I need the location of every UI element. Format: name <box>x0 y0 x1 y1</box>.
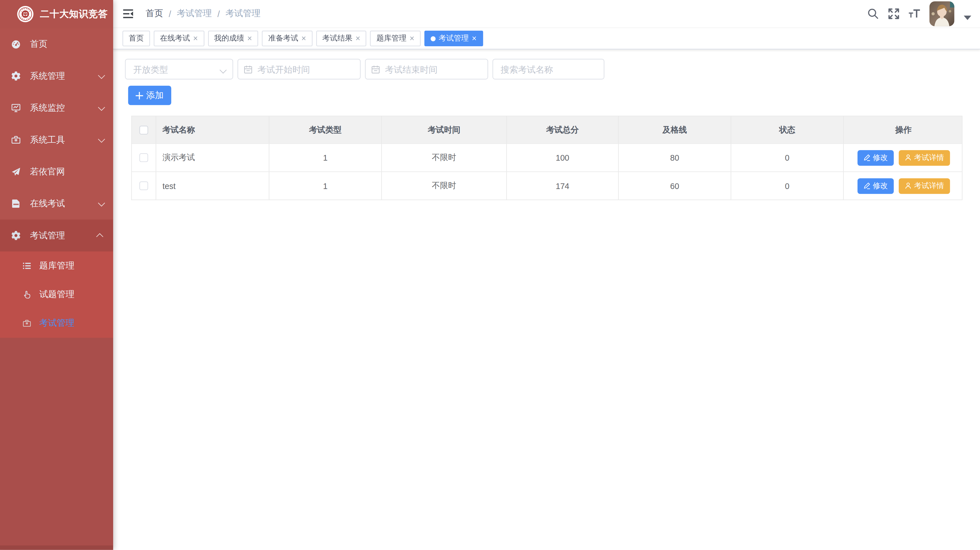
exam-detail-button[interactable]: 考试详情 <box>898 150 950 166</box>
page-content: 添加 考试名称 考试类型 考试时间 考试总分 及格线 状态 操作 演示考试 1 <box>113 59 980 200</box>
column-header: 操作 <box>844 116 963 143</box>
list-icon <box>22 261 31 270</box>
chevron-down-icon <box>98 104 105 111</box>
exam-detail-button[interactable]: 考试详情 <box>898 178 950 194</box>
exam-end-time-input[interactable] <box>365 59 488 80</box>
app-logo-row[interactable]: 二十大知识竞答 <box>0 0 113 28</box>
cell-exam-type: 1 <box>269 172 382 199</box>
fullscreen-icon[interactable] <box>888 8 899 19</box>
main-area: 首页 / 考试管理 / 考试管理 <box>113 0 980 550</box>
edit-pencil-icon <box>863 154 870 161</box>
cell-status: 0 <box>731 172 844 199</box>
gear-icon <box>11 231 21 240</box>
close-icon[interactable]: × <box>356 34 360 43</box>
sidebar-bottom-strip <box>0 546 113 550</box>
paper-plane-icon <box>11 167 21 176</box>
column-header: 考试总分 <box>507 116 619 143</box>
sidebar-item-question-mgmt[interactable]: 试题管理 <box>0 280 113 309</box>
sidebar-item-ruoyi-site[interactable]: 若依官网 <box>0 156 113 188</box>
exam-table: 考试名称 考试类型 考试时间 考试总分 及格线 状态 操作 演示考试 1 不限时… <box>131 116 963 200</box>
chevron-down-icon <box>98 136 105 142</box>
tab-label: 考试结果 <box>322 33 352 44</box>
row-actions: 修改 考试详情 <box>857 150 950 166</box>
collapse-sidebar-icon[interactable] <box>123 10 133 18</box>
add-button[interactable]: 添加 <box>128 86 171 105</box>
sidebar-item-question-bank-mgmt[interactable]: 题库管理 <box>0 252 113 280</box>
sidebar-background <box>0 338 113 546</box>
gear-icon <box>11 71 21 81</box>
exam-name-search-field[interactable] <box>493 59 605 80</box>
font-size-icon[interactable] <box>909 8 920 19</box>
sidebar-item-system-tools[interactable]: 系统工具 <box>0 124 113 156</box>
edit-button-label: 修改 <box>873 152 888 163</box>
edit-button[interactable]: 修改 <box>857 178 894 194</box>
app-title: 二十大知识竞答 <box>40 8 108 20</box>
document-icon <box>11 199 21 208</box>
briefcase-icon <box>22 319 31 328</box>
user-icon <box>904 182 912 189</box>
breadcrumb-separator: / <box>163 9 177 19</box>
sidebar-item-label: 考试管理 <box>40 318 74 329</box>
tab-question-bank[interactable]: 题库管理× <box>370 31 421 46</box>
close-icon[interactable]: × <box>472 34 477 43</box>
open-type-select-input[interactable] <box>125 59 233 80</box>
close-icon[interactable]: × <box>409 34 414 43</box>
tags-view-bar: 首页 在线考试× 我的成绩× 准备考试× 考试结果× 题库管理× 考试管理× <box>113 28 980 49</box>
column-header: 状态 <box>731 116 844 143</box>
row-checkbox[interactable] <box>140 153 148 162</box>
university-seal-logo <box>17 6 34 23</box>
exam-start-time-input[interactable] <box>238 59 361 80</box>
sidebar-item-home[interactable]: 首页 <box>0 28 113 60</box>
chevron-down-icon[interactable] <box>964 15 971 19</box>
breadcrumb-separator: / <box>212 9 226 19</box>
row-checkbox[interactable] <box>140 181 148 190</box>
tab-label: 题库管理 <box>377 33 407 44</box>
tab-label: 在线考试 <box>160 33 190 44</box>
tab-my-scores[interactable]: 我的成绩× <box>208 31 258 46</box>
exam-name-search-input[interactable] <box>493 59 605 80</box>
sidebar-item-label: 题库管理 <box>40 260 74 272</box>
topnav-tools <box>867 1 971 26</box>
tab-online-exam[interactable]: 在线考试× <box>154 31 204 46</box>
cell-exam-time: 不限时 <box>382 144 507 171</box>
tab-prepare-exam[interactable]: 准备考试× <box>262 31 312 46</box>
add-button-label: 添加 <box>146 90 164 101</box>
exam-start-time-field[interactable] <box>238 59 361 80</box>
chevron-down-icon <box>98 72 105 79</box>
tab-exam-results[interactable]: 考试结果× <box>316 31 367 46</box>
close-icon[interactable]: × <box>301 34 306 43</box>
breadcrumb-exam-mgmt[interactable]: 考试管理 <box>177 8 212 19</box>
select-all-checkbox[interactable] <box>140 126 148 134</box>
sidebar-item-label: 系统监控 <box>30 102 98 113</box>
exam-end-time-field[interactable] <box>365 59 488 80</box>
cell-exam-type: 1 <box>269 144 382 171</box>
sidebar-item-exam-mgmt[interactable]: 考试管理 <box>0 220 113 252</box>
page: 二十大知识竞答 首页 系统管理 <box>0 0 980 550</box>
sidebar-item-system-monitor[interactable]: 系统监控 <box>0 92 113 124</box>
toolbox-icon <box>11 135 21 145</box>
user-avatar[interactable] <box>929 1 954 26</box>
sidebar-item-system-mgmt[interactable]: 系统管理 <box>0 60 113 92</box>
edit-button[interactable]: 修改 <box>857 150 894 166</box>
tab-home[interactable]: 首页 <box>123 31 150 46</box>
cell-exam-time: 不限时 <box>382 172 507 199</box>
close-icon[interactable]: × <box>247 34 252 43</box>
edit-pencil-icon <box>863 182 870 189</box>
tab-exam-mgmt[interactable]: 考试管理× <box>425 31 483 46</box>
active-tab-dot <box>431 36 436 41</box>
sidebar-item-label: 在线考试 <box>30 198 98 209</box>
sidebar-item-online-exam[interactable]: 在线考试 <box>0 188 113 219</box>
filter-bar <box>125 59 980 80</box>
close-icon[interactable]: × <box>193 34 198 43</box>
top-navbar: 首页 / 考试管理 / 考试管理 <box>113 0 980 28</box>
exam-detail-button-label: 考试详情 <box>914 180 944 191</box>
row-actions: 修改 考试详情 <box>857 178 950 194</box>
sidebar-item-exam-mgmt-sub[interactable]: 考试管理 <box>0 309 113 338</box>
column-header: 考试时间 <box>382 116 507 143</box>
breadcrumb-home[interactable]: 首页 <box>146 8 163 19</box>
exam-detail-button-label: 考试详情 <box>914 152 944 163</box>
open-type-select[interactable] <box>125 59 233 80</box>
search-icon[interactable] <box>867 8 879 19</box>
breadcrumb: 首页 / 考试管理 / 考试管理 <box>146 8 868 19</box>
table-row: test 1 不限时 174 60 0 修改 <box>132 171 962 199</box>
